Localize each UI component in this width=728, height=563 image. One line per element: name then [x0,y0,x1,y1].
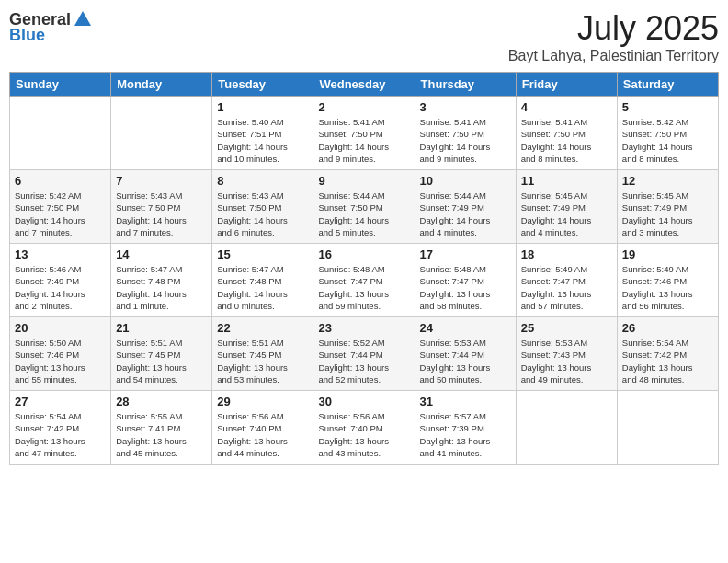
table-row: 4Sunrise: 5:41 AMSunset: 7:50 PMDaylight… [516,97,617,170]
table-row: 26Sunrise: 5:54 AMSunset: 7:42 PMDayligh… [617,317,718,391]
day-number: 31 [420,395,511,408]
day-number: 21 [116,321,207,335]
table-row: 28Sunrise: 5:55 AMSunset: 7:41 PMDayligh… [111,391,212,465]
col-tuesday: Tuesday [212,73,313,97]
table-row: 15Sunrise: 5:47 AMSunset: 7:48 PMDayligh… [212,244,313,317]
svg-marker-0 [74,11,91,26]
col-friday: Friday [516,73,617,97]
day-number: 9 [318,174,409,188]
day-number: 4 [521,100,612,114]
day-info: Sunrise: 5:53 AMSunset: 7:43 PMDaylight:… [521,337,612,385]
day-info: Sunrise: 5:43 AMSunset: 7:50 PMDaylight:… [217,190,308,238]
day-info: Sunrise: 5:44 AMSunset: 7:49 PMDaylight:… [420,190,511,238]
day-number: 17 [420,247,511,261]
day-info: Sunrise: 5:57 AMSunset: 7:39 PMDaylight:… [420,410,511,459]
table-row [111,97,212,170]
col-wednesday: Wednesday [313,73,415,97]
table-row: 13Sunrise: 5:46 AMSunset: 7:49 PMDayligh… [10,244,111,317]
day-number: 29 [217,395,308,408]
day-number: 12 [622,174,713,188]
day-info: Sunrise: 5:45 AMSunset: 7:49 PMDaylight:… [521,190,612,238]
calendar-week-1: 1Sunrise: 5:40 AMSunset: 7:51 PMDaylight… [10,97,719,170]
table-row: 20Sunrise: 5:50 AMSunset: 7:46 PMDayligh… [10,317,111,391]
day-info: Sunrise: 5:44 AMSunset: 7:50 PMDaylight:… [318,190,409,238]
location-title: Bayt Lahya, Palestinian Territory [508,48,719,64]
day-info: Sunrise: 5:42 AMSunset: 7:50 PMDaylight:… [622,116,713,165]
table-row: 30Sunrise: 5:56 AMSunset: 7:40 PMDayligh… [313,391,415,465]
table-row [516,391,617,465]
day-info: Sunrise: 5:55 AMSunset: 7:41 PMDaylight:… [116,410,207,459]
table-row: 14Sunrise: 5:47 AMSunset: 7:48 PMDayligh… [111,244,212,317]
title-area: July 2025 Bayt Lahya, Palestinian Territ… [508,9,719,64]
table-row: 23Sunrise: 5:52 AMSunset: 7:44 PMDayligh… [313,317,415,391]
day-number: 6 [15,174,106,188]
day-number: 7 [116,174,207,188]
page-header: General Blue July 2025 Bayt Lahya, Pales… [9,9,719,64]
day-info: Sunrise: 5:50 AMSunset: 7:46 PMDaylight:… [15,337,106,385]
col-sunday: Sunday [10,73,111,97]
day-info: Sunrise: 5:56 AMSunset: 7:40 PMDaylight:… [318,410,409,459]
table-row: 11Sunrise: 5:45 AMSunset: 7:49 PMDayligh… [516,170,617,244]
day-info: Sunrise: 5:47 AMSunset: 7:48 PMDaylight:… [116,263,207,312]
col-thursday: Thursday [415,73,516,97]
day-number: 25 [521,321,612,335]
day-number: 24 [420,321,511,335]
day-number: 28 [116,395,207,408]
day-info: Sunrise: 5:43 AMSunset: 7:50 PMDaylight:… [116,190,207,238]
table-row: 29Sunrise: 5:56 AMSunset: 7:40 PMDayligh… [212,391,313,465]
day-info: Sunrise: 5:51 AMSunset: 7:45 PMDaylight:… [217,337,308,385]
table-row: 25Sunrise: 5:53 AMSunset: 7:43 PMDayligh… [516,317,617,391]
table-row: 24Sunrise: 5:53 AMSunset: 7:44 PMDayligh… [415,317,516,391]
table-row [10,97,111,170]
day-number: 27 [15,395,106,408]
table-row: 7Sunrise: 5:43 AMSunset: 7:50 PMDaylight… [111,170,212,244]
day-number: 2 [318,100,409,114]
calendar-week-5: 27Sunrise: 5:54 AMSunset: 7:42 PMDayligh… [10,391,719,465]
day-number: 22 [217,321,308,335]
table-row: 16Sunrise: 5:48 AMSunset: 7:47 PMDayligh… [313,244,415,317]
day-info: Sunrise: 5:41 AMSunset: 7:50 PMDaylight:… [318,116,409,165]
day-info: Sunrise: 5:49 AMSunset: 7:47 PMDaylight:… [521,263,612,312]
calendar-header-row: Sunday Monday Tuesday Wednesday Thursday… [10,73,719,97]
day-number: 1 [217,100,308,114]
day-number: 20 [15,321,106,335]
table-row: 21Sunrise: 5:51 AMSunset: 7:45 PMDayligh… [111,317,212,391]
day-info: Sunrise: 5:52 AMSunset: 7:44 PMDaylight:… [318,337,409,385]
table-row: 27Sunrise: 5:54 AMSunset: 7:42 PMDayligh… [10,391,111,465]
day-info: Sunrise: 5:46 AMSunset: 7:49 PMDaylight:… [15,263,106,312]
table-row: 3Sunrise: 5:41 AMSunset: 7:50 PMDaylight… [415,97,516,170]
day-info: Sunrise: 5:51 AMSunset: 7:45 PMDaylight:… [116,337,207,385]
day-number: 18 [521,247,612,261]
col-monday: Monday [111,73,212,97]
calendar-week-3: 13Sunrise: 5:46 AMSunset: 7:49 PMDayligh… [10,244,719,317]
table-row [617,391,718,465]
col-saturday: Saturday [617,73,718,97]
month-title: July 2025 [508,9,719,48]
day-number: 3 [420,100,511,114]
logo: General Blue [9,9,93,45]
day-number: 16 [318,247,409,261]
day-number: 8 [217,174,308,188]
table-row: 17Sunrise: 5:48 AMSunset: 7:47 PMDayligh… [415,244,516,317]
day-info: Sunrise: 5:48 AMSunset: 7:47 PMDaylight:… [420,263,511,312]
day-number: 10 [420,174,511,188]
table-row: 12Sunrise: 5:45 AMSunset: 7:49 PMDayligh… [617,170,718,244]
calendar-table: Sunday Monday Tuesday Wednesday Thursday… [9,72,719,465]
day-info: Sunrise: 5:40 AMSunset: 7:51 PMDaylight:… [217,116,308,165]
day-info: Sunrise: 5:41 AMSunset: 7:50 PMDaylight:… [521,116,612,165]
day-info: Sunrise: 5:53 AMSunset: 7:44 PMDaylight:… [420,337,511,385]
table-row: 9Sunrise: 5:44 AMSunset: 7:50 PMDaylight… [313,170,415,244]
day-number: 26 [622,321,713,335]
day-info: Sunrise: 5:42 AMSunset: 7:50 PMDaylight:… [15,190,106,238]
table-row: 31Sunrise: 5:57 AMSunset: 7:39 PMDayligh… [415,391,516,465]
day-number: 14 [116,247,207,261]
day-number: 15 [217,247,308,261]
day-number: 30 [318,395,409,408]
day-number: 19 [622,247,713,261]
day-info: Sunrise: 5:49 AMSunset: 7:46 PMDaylight:… [622,263,713,312]
day-info: Sunrise: 5:54 AMSunset: 7:42 PMDaylight:… [15,410,106,459]
calendar-week-4: 20Sunrise: 5:50 AMSunset: 7:46 PMDayligh… [10,317,719,391]
day-info: Sunrise: 5:41 AMSunset: 7:50 PMDaylight:… [420,116,511,165]
day-info: Sunrise: 5:45 AMSunset: 7:49 PMDaylight:… [622,190,713,238]
calendar-week-2: 6Sunrise: 5:42 AMSunset: 7:50 PMDaylight… [10,170,719,244]
